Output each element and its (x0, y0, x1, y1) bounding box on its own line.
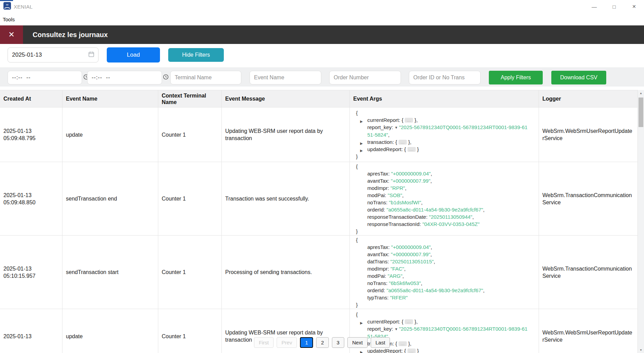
json-string-value: "ARG" (388, 273, 402, 279)
json-punctuation: , (421, 280, 422, 286)
cell-created-at: 2025-01-13 05:10:15.957 (0, 236, 62, 309)
terminal-name-filter[interactable] (170, 71, 241, 84)
json-key: typTrans (367, 295, 387, 300)
scrollbar-up-arrow-icon[interactable]: ▲ (638, 90, 644, 96)
json-key: responseTransactionId (367, 221, 419, 227)
cell-event-args: {apresTax: "+000000009.04",avantTax: "+0… (350, 162, 539, 235)
json-string-value: "20250113050944" (429, 214, 472, 220)
cell-event-name: update (62, 107, 158, 162)
scrollbar-thumb[interactable] (639, 98, 643, 127)
json-line: report_key: ▼"2025-5678912340TQ0001-5678… (356, 124, 529, 138)
order-id-filter[interactable] (409, 71, 481, 84)
date-input[interactable] (12, 52, 88, 58)
page-title: Consultez les journaux (33, 31, 108, 39)
pagination-prev-button[interactable]: Prev (277, 337, 297, 348)
json-line: noTrans: "b1dsMosfWI", (356, 199, 529, 206)
app-title: XENIAL (14, 4, 33, 10)
apply-filters-button[interactable]: Apply Filters (489, 71, 543, 84)
json-punctuation: : (388, 244, 391, 250)
time-to-picker[interactable] (87, 71, 162, 84)
json-string-value: "a0655a8c-d011-4a54-9b30-9e2a9fcfcf67" (387, 287, 483, 293)
clock-icon[interactable] (163, 74, 169, 81)
json-line: } (356, 301, 529, 308)
window-controls: — □ ✕ (584, 0, 644, 13)
calendar-icon[interactable] (88, 51, 95, 59)
json-line: typTrans: "RFER" (356, 294, 529, 301)
column-header-created-at: Created At (0, 90, 62, 107)
json-key: updatedReport (367, 348, 401, 353)
json-string-value: "+000000007.99" (391, 178, 430, 184)
json-punctuation: : (384, 207, 387, 213)
json-line: modImpr: "FAC", (356, 265, 529, 272)
json-ellipsis-chip[interactable]: ... (407, 147, 416, 152)
vertical-scrollbar[interactable]: ▲ ▼ (638, 90, 644, 353)
json-line: apresTax: "+000000009.04", (356, 170, 529, 177)
json-expand-icon[interactable]: ▶ (360, 147, 363, 154)
json-punctuation: : (388, 266, 390, 272)
json-line: modPai: "ARG", (356, 272, 529, 280)
cell-logger: WebSrm.TransactionCommunicationService (539, 236, 638, 309)
scrollbar-down-arrow-icon[interactable]: ▼ (638, 347, 644, 353)
json-line: datTrans: "20250113051015", (356, 258, 529, 265)
time-from-input[interactable] (12, 75, 83, 81)
cell-event-message: Updating WEB-SRM user report data by tra… (222, 107, 350, 162)
cell-event-args: {▶currentReport: { ... },report_key: ▼"2… (350, 107, 539, 162)
pagination: First Prev 1 2 3 Next Last (254, 337, 390, 348)
event-name-filter[interactable] (250, 71, 321, 84)
close-page-button[interactable]: ✕ (0, 25, 23, 44)
json-string-value: "6bSk6fw053" (389, 280, 421, 286)
json-punctuation: : (384, 287, 387, 293)
json-key: responseTransactionDate (367, 214, 426, 220)
table-header-row: Created At Event Name Context Terminal N… (0, 90, 638, 107)
cell-event-message: Transaction was sent successfully. (222, 162, 350, 235)
pagination-page-1-button[interactable]: 1 (300, 337, 313, 348)
date-picker[interactable] (8, 47, 99, 62)
json-punctuation: , (402, 192, 404, 198)
pagination-page-3-button[interactable]: 3 (332, 337, 344, 348)
pagination-next-button[interactable]: Next (347, 337, 368, 348)
json-ellipsis-chip[interactable]: ... (399, 140, 407, 145)
json-punctuation: , (434, 259, 435, 264)
json-punctuation: , (483, 207, 484, 213)
json-punctuation: , (430, 178, 432, 184)
json-collapse-string-icon[interactable]: ▼ (394, 124, 398, 131)
json-punctuation: : { (401, 146, 407, 152)
json-punctuation: : (392, 124, 394, 130)
json-collapse-string-icon[interactable]: ▼ (394, 326, 398, 333)
json-line: ▶currentReport: { ... }, (356, 116, 529, 124)
order-id-input[interactable] (413, 75, 484, 81)
close-window-button[interactable]: ✕ (624, 0, 644, 13)
event-name-input[interactable] (254, 75, 325, 81)
json-ellipsis-chip[interactable]: ... (399, 341, 407, 346)
pagination-last-button[interactable]: Last (371, 337, 390, 348)
menu-item-tools[interactable]: Tools (0, 16, 18, 22)
time-to-input[interactable] (92, 75, 163, 81)
json-key: modImpr (367, 185, 388, 191)
pagination-first-button[interactable]: First (254, 337, 274, 348)
json-expand-icon[interactable]: ▶ (360, 349, 363, 353)
maximize-button[interactable]: □ (604, 0, 624, 13)
json-ellipsis-chip[interactable]: ... (405, 319, 413, 324)
order-number-filter[interactable] (329, 71, 401, 84)
minimize-button[interactable]: — (584, 0, 604, 13)
json-string-value: "a0655a8c-d011-4a54-9b30-9e2a9fcfcf67" (387, 207, 483, 213)
time-from-picker[interactable] (8, 71, 82, 84)
terminal-name-input[interactable] (175, 75, 246, 81)
hide-filters-button[interactable]: Hide Filters (168, 48, 224, 62)
json-key: apresTax (367, 244, 388, 250)
json-line: { (356, 236, 529, 243)
json-string-value: "RPR" (391, 185, 405, 191)
cell-terminal: Counter 1 (158, 162, 222, 235)
cell-event-message: Processing of sending transactions. (222, 236, 350, 309)
json-line: ▶updatedReport: { ... } (356, 146, 529, 153)
download-csv-button[interactable]: Download CSV (551, 71, 606, 84)
load-button[interactable]: Load (107, 47, 160, 62)
json-ellipsis-chip[interactable]: ... (407, 349, 416, 353)
json-punctuation: : (426, 214, 429, 220)
json-ellipsis-chip[interactable]: ... (405, 118, 413, 123)
pagination-page-2-button[interactable]: 2 (316, 337, 329, 348)
order-number-input[interactable] (334, 75, 405, 81)
column-header-logger: Logger (539, 90, 638, 107)
json-line: { (356, 163, 529, 170)
json-key: orderId (367, 287, 384, 293)
